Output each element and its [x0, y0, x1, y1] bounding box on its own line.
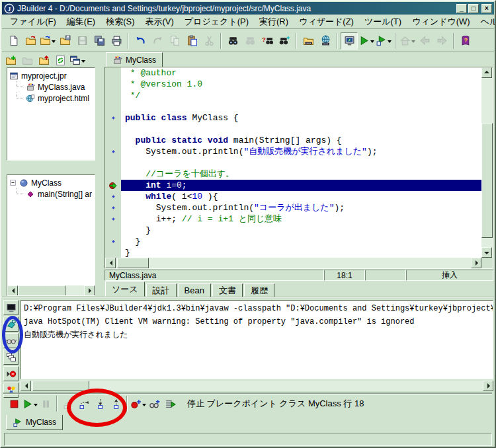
code-line-11[interactable]: int i=0; [105, 180, 481, 191]
threads-view-button[interactable] [3, 317, 19, 332]
gutter-cell[interactable] [105, 168, 121, 180]
step-into-button[interactable] [92, 396, 108, 412]
gutter-cell[interactable] [105, 112, 121, 124]
debug-console-output[interactable]: D:¥Program Files¥JBuilder4¥jdk1.3¥bin¥ja… [21, 300, 493, 379]
console-hscrollbar[interactable] [21, 381, 493, 391]
menu-item-8[interactable]: ウィンドウ(W) [407, 15, 475, 29]
gutter-cell[interactable] [105, 180, 121, 191]
view-tab-0[interactable]: ソース [105, 281, 145, 297]
scroll-arrow-left[interactable] [105, 258, 116, 268]
add-breakpoint-button[interactable] [130, 396, 146, 412]
gutter-cell[interactable] [105, 247, 121, 258]
stop-button[interactable] [6, 396, 22, 412]
scroll-arrow-right[interactable] [483, 381, 493, 391]
title-bar[interactable]: J JBuilder 4 - D:/Documents and Settings… [2, 2, 494, 15]
code-line-15[interactable]: } [105, 225, 481, 236]
gutter-cell[interactable] [105, 157, 121, 168]
browse-classes-button[interactable] [276, 32, 293, 50]
menu-item-2[interactable]: 検索(S) [101, 15, 140, 29]
pause-button[interactable] [38, 396, 54, 412]
gutter-cell[interactable] [105, 79, 121, 90]
project-tree-pane[interactable]: myproject.jprMyClass.javamyproject.html [7, 67, 95, 161]
scroll-arrow-left[interactable] [21, 381, 31, 391]
scroll-arrow-down[interactable] [481, 247, 492, 258]
scroll-thumb[interactable] [18, 285, 65, 296]
add-file-button[interactable] [3, 53, 19, 67]
print-button[interactable] [108, 32, 125, 50]
gutter-cell[interactable] [105, 135, 121, 146]
code-line-6[interactable] [105, 124, 481, 135]
pane-splitter[interactable] [2, 297, 494, 298]
add-watch-button[interactable] [146, 396, 162, 412]
scroll-arrow-right[interactable] [84, 285, 95, 296]
view-tab-1[interactable]: 設計 [146, 283, 177, 297]
code-area[interactable]: * @author * @version 1.0 */public class … [105, 67, 481, 258]
make-web-button[interactable] [317, 32, 334, 50]
reopen-button[interactable] [39, 32, 56, 50]
search-help-button[interactable]: ? [259, 32, 276, 50]
refresh-button[interactable] [52, 53, 69, 67]
open-file-button[interactable] [22, 32, 39, 50]
code-line-10[interactable]: //コーラを十個出す。 [105, 168, 481, 180]
gutter-cell[interactable] [105, 213, 121, 225]
close-button[interactable]: × [481, 4, 492, 13]
menu-item-1[interactable]: 編集(E) [62, 15, 101, 29]
scroll-arrow-up[interactable] [481, 67, 492, 78]
code-line-5[interactable]: public class MyClass { [105, 112, 481, 124]
scroll-arrow-left[interactable] [7, 285, 18, 296]
menu-item-9[interactable]: ヘルプ(H) [475, 15, 496, 29]
maximize-button[interactable]: □ [468, 4, 479, 13]
new-file-button[interactable] [5, 32, 22, 50]
scroll-thumb[interactable] [32, 381, 89, 391]
code-line-12[interactable]: while( i<10 ){ [105, 191, 481, 202]
close-project-button[interactable] [36, 53, 52, 67]
structure-hscrollbar[interactable] [7, 285, 95, 295]
code-line-17[interactable]: } [105, 247, 481, 258]
scroll-thumb[interactable] [117, 258, 149, 268]
make-project-button[interactable] [341, 32, 358, 50]
watch-view-button[interactable] [3, 333, 19, 348]
save-all-button[interactable] [91, 32, 108, 50]
code-line-7[interactable]: public static void main(String[] args) { [105, 135, 481, 146]
replace-button[interactable] [241, 32, 259, 50]
help-button[interactable]: ? [457, 32, 474, 50]
minimize-button[interactable]: _ [456, 4, 467, 13]
properties-button[interactable] [69, 53, 85, 67]
run-to-cursor-button[interactable] [60, 396, 76, 412]
run-button[interactable] [358, 32, 375, 50]
debug-button[interactable] [375, 32, 392, 50]
code-line-8[interactable]: System.out.println("自動販売機が実行されました"); [105, 146, 481, 157]
code-line-2[interactable]: * @version 1.0 [105, 79, 481, 90]
remove-file-button[interactable] [19, 53, 36, 67]
back-button[interactable] [416, 32, 433, 50]
structure-tree-item-myclass[interactable]: MyClass [7, 177, 95, 188]
gutter-cell[interactable] [105, 90, 121, 101]
gutter-cell[interactable] [105, 124, 121, 135]
code-line-16[interactable]: } [105, 236, 481, 247]
structure-pane[interactable]: MyClassmain(String[] ar [7, 174, 95, 296]
cut-button[interactable] [200, 32, 218, 50]
project-tree-item-myproject-jpr[interactable]: myproject.jpr [7, 70, 95, 81]
menu-item-3[interactable]: 表示(V) [140, 15, 179, 29]
code-line-13[interactable]: System.out.println("コーラが出ました"); [105, 202, 481, 213]
code-line-4[interactable] [105, 101, 481, 112]
gutter-cell[interactable] [105, 67, 121, 79]
gutter-cell[interactable] [105, 191, 121, 202]
step-over-button[interactable] [76, 396, 92, 412]
project-tree-item-myclass-java[interactable]: MyClass.java [7, 81, 95, 93]
find-button[interactable] [224, 32, 241, 50]
editor-file-tab[interactable]: MyClass [106, 52, 163, 67]
gutter-cell[interactable] [105, 225, 121, 236]
menu-item-6[interactable]: ウィザード(Z) [294, 15, 359, 29]
breakpoints-view-button[interactable] [3, 366, 19, 381]
menu-item-5[interactable]: 実行(R) [254, 15, 294, 29]
view-tab-2[interactable]: Bean [178, 283, 211, 297]
save-as-button[interactable] [56, 32, 73, 50]
structure-tree-item-main-string-ar[interactable]: main(String[] ar [7, 188, 95, 200]
scroll-thumb[interactable] [481, 123, 493, 238]
copy-button[interactable] [166, 32, 183, 50]
step-out-button[interactable] [108, 396, 124, 412]
resume-button[interactable] [22, 396, 38, 412]
console-view-button[interactable] [3, 300, 19, 315]
undo-button[interactable] [132, 32, 149, 50]
